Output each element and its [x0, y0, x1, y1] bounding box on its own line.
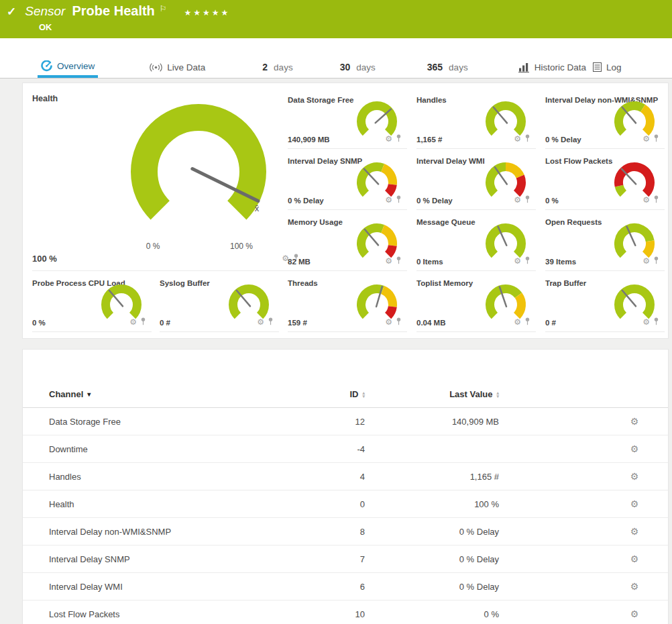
channel-name: Downtime — [23, 444, 291, 454]
gear-icon[interactable]: ⚙ — [385, 257, 392, 265]
table-row[interactable]: Interval Delay non-WMI&SNMP80 % Delay⚙ — [23, 518, 668, 545]
tab-365-days[interactable]: 365days — [424, 56, 471, 78]
channel-settings-cell: ⚙ — [614, 609, 655, 619]
tab-bar: OverviewLive Data2days30days365daysHisto… — [0, 38, 672, 79]
sort-desc-icon: ▾ — [496, 395, 499, 398]
channel-last-value: 0 % Delay — [365, 582, 499, 592]
channel-settings-cell: ⚙ — [614, 416, 655, 427]
gear-icon[interactable]: ⚙ — [642, 196, 650, 204]
gauge-actions: ⚙ — [385, 316, 402, 328]
object-type-label: Sensor — [25, 4, 65, 19]
table-row[interactable]: Interval Delay SNMP70 % Delay⚙ — [23, 545, 668, 573]
gauge-actions: ⚙ — [514, 255, 530, 267]
table-row[interactable]: Data Storage Free12140,909 MB⚙ — [23, 408, 668, 435]
gauge-actions: ⚙ — [642, 316, 659, 328]
gauge-cell: Toplist Memory0.04 MB⚙ — [416, 276, 536, 332]
tab-number: 365 — [427, 62, 443, 72]
gauges-panel: Health x̄ 0 % 100 % 100 % ⚙ Data Storage… — [22, 83, 669, 339]
health-scale-min: 0 % — [138, 242, 168, 251]
gear-icon[interactable]: ⚙ — [514, 196, 521, 204]
gear-icon[interactable]: ⚙ — [630, 416, 639, 427]
status-badge: OK — [39, 22, 665, 32]
gauge-value: 159 # — [288, 319, 307, 327]
health-gauge-title: Health — [32, 89, 303, 103]
tab-overview[interactable]: Overview — [38, 56, 98, 78]
tab-log[interactable]: Log — [590, 56, 625, 78]
gauge-actions: ⚙ — [642, 133, 659, 145]
gear-icon[interactable]: ⚙ — [630, 444, 639, 454]
tab-live-data[interactable]: Live Data — [146, 56, 209, 78]
gauge-value: 140,909 MB — [288, 136, 330, 144]
gear-icon[interactable]: ⚙ — [514, 257, 521, 265]
channel-last-value: 0 % Delay — [365, 527, 499, 537]
column-header-id[interactable]: ID ▴▾ — [291, 389, 365, 399]
pin-icon[interactable] — [524, 133, 530, 145]
gauge-value: 0 % — [32, 319, 46, 327]
gauge-cell: Probe Process CPU Load0 %⚙ — [32, 276, 152, 332]
pin-icon[interactable] — [268, 316, 274, 328]
priority-stars[interactable]: ★★★★★ — [184, 8, 231, 17]
gauge-cell: Data Storage Free140,909 MB⚙ — [288, 93, 407, 149]
channel-table-body: Data Storage Free12140,909 MB⚙Downtime-4… — [23, 408, 668, 624]
gear-icon[interactable]: ⚙ — [630, 471, 639, 482]
gear-icon[interactable]: ⚙ — [642, 135, 650, 143]
gear-icon[interactable]: ⚙ — [630, 609, 639, 619]
svg-text:x̄: x̄ — [255, 203, 260, 213]
gauge-cell: Syslog Buffer0 #⚙ — [160, 276, 279, 332]
tab-2-days[interactable]: 2days — [259, 56, 296, 78]
channel-last-value: 100 % — [365, 499, 499, 509]
table-row[interactable]: Lost Flow Packets100 %⚙ — [23, 601, 668, 624]
column-header-channel-label: Channel — [49, 389, 83, 399]
gear-icon[interactable]: ⚙ — [385, 135, 392, 143]
gear-icon[interactable]: ⚙ — [642, 257, 650, 265]
gear-icon[interactable]: ⚙ — [129, 318, 137, 326]
column-header-last-value[interactable]: Last Value ▴▾ — [365, 389, 499, 399]
gear-icon[interactable]: ⚙ — [630, 554, 639, 564]
gear-icon[interactable]: ⚙ — [257, 318, 264, 326]
tab-label: Live Data — [167, 62, 205, 72]
content-area: Health x̄ 0 % 100 % 100 % ⚙ Data Storage… — [0, 79, 672, 624]
table-row[interactable]: Health0100 %⚙ — [23, 490, 668, 518]
column-header-channel[interactable]: Channel ▾ — [23, 389, 291, 399]
pin-icon[interactable] — [653, 316, 659, 328]
gear-icon[interactable]: ⚙ — [642, 318, 650, 326]
chevron-down-icon[interactable]: ▾ — [87, 391, 91, 398]
health-scale-max: 100 % — [227, 242, 256, 251]
pin-icon[interactable] — [396, 133, 402, 145]
gear-icon[interactable]: ⚙ — [385, 196, 392, 204]
gauge-cell: Memory Usage82 MB⚙ — [288, 215, 407, 271]
pin-icon[interactable] — [653, 194, 659, 206]
gear-icon[interactable]: ⚙ — [630, 581, 639, 592]
channel-settings-cell: ⚙ — [614, 444, 655, 454]
pin-icon[interactable] — [396, 194, 402, 206]
channel-id: 6 — [291, 582, 365, 592]
tab-historic-data[interactable]: Historic Data — [515, 56, 590, 78]
pin-icon[interactable] — [396, 316, 402, 328]
table-row[interactable]: Handles41,165 #⚙ — [23, 463, 668, 490]
pin-icon[interactable] — [524, 194, 530, 206]
pin-icon[interactable] — [653, 133, 659, 145]
gauge-actions: ⚙ — [514, 133, 530, 145]
tab-30-days[interactable]: 30days — [337, 56, 379, 78]
channel-id: 4 — [291, 472, 365, 482]
pin-icon[interactable] — [140, 316, 146, 328]
table-row[interactable]: Downtime-4⚙ — [23, 435, 668, 463]
table-row[interactable]: Interval Delay WMI60 % Delay⚙ — [23, 573, 668, 601]
pin-icon[interactable] — [396, 255, 402, 267]
gear-icon[interactable]: ⚙ — [514, 318, 521, 326]
tab-number: 30 — [340, 62, 351, 72]
channel-last-value: 0 % — [365, 609, 499, 619]
gear-icon[interactable]: ⚙ — [385, 318, 392, 326]
channel-settings-cell: ⚙ — [614, 526, 655, 537]
pin-icon[interactable] — [653, 255, 659, 267]
channel-name: Interval Delay SNMP — [23, 554, 291, 564]
gauge-value: 0 Items — [416, 258, 443, 266]
gauge-cell: Message Queue0 Items⚙ — [416, 215, 536, 271]
gear-icon[interactable]: ⚙ — [514, 135, 521, 143]
gear-icon[interactable]: ⚙ — [630, 526, 639, 537]
sort-icon[interactable]: ▴▾ — [496, 391, 499, 398]
pin-icon[interactable] — [524, 255, 530, 267]
gear-icon[interactable]: ⚙ — [630, 499, 639, 509]
pin-icon[interactable] — [524, 316, 530, 328]
flag-icon[interactable]: ⚐ — [160, 4, 167, 13]
